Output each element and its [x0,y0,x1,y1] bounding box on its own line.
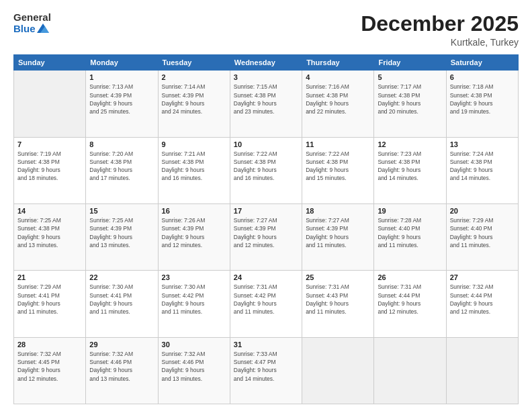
header: General Blue December 2025 Kurtkale, Tur… [13,12,519,48]
day-info: Sunrise: 7:15 AMSunset: 4:38 PMDaylight:… [234,83,298,116]
logo-general: General [13,12,51,24]
logo-blue: Blue [13,24,36,35]
calendar-cell: 4Sunrise: 7:16 AMSunset: 4:38 PMDaylight… [302,71,374,137]
calendar-table: SundayMondayTuesdayWednesdayThursdayFrid… [13,54,519,404]
calendar-cell: 8Sunrise: 7:20 AMSunset: 4:38 PMDaylight… [86,137,158,203]
day-number: 18 [306,207,370,215]
calendar-cell: 26Sunrise: 7:31 AMSunset: 4:44 PMDayligh… [374,271,446,337]
day-info: Sunrise: 7:24 AMSunset: 4:38 PMDaylight:… [450,150,515,183]
calendar-cell: 22Sunrise: 7:30 AMSunset: 4:41 PMDayligh… [86,271,158,337]
calendar-cell: 29Sunrise: 7:32 AMSunset: 4:46 PMDayligh… [86,337,158,404]
day-number: 11 [306,140,370,148]
day-number: 15 [89,207,154,215]
calendar-cell [302,337,374,404]
day-info: Sunrise: 7:31 AMSunset: 4:42 PMDaylight:… [234,283,298,316]
day-number: 10 [234,140,298,148]
calendar-cell: 28Sunrise: 7:32 AMSunset: 4:45 PMDayligh… [14,337,86,404]
calendar-cell [14,71,86,137]
calendar-cell: 6Sunrise: 7:18 AMSunset: 4:38 PMDaylight… [446,71,518,137]
calendar-header-monday: Monday [86,55,158,71]
day-number: 23 [162,273,226,281]
calendar-header-sunday: Sunday [14,55,86,71]
day-number: 4 [306,73,370,81]
page: General Blue December 2025 Kurtkale, Tur… [0,0,532,411]
logo: General Blue [13,12,51,34]
calendar-header-row: SundayMondayTuesdayWednesdayThursdayFrid… [14,55,519,71]
calendar-cell: 25Sunrise: 7:31 AMSunset: 4:43 PMDayligh… [302,271,374,337]
day-info: Sunrise: 7:32 AMSunset: 4:46 PMDaylight:… [89,350,154,383]
day-number: 22 [89,273,154,281]
day-number: 2 [162,73,226,81]
day-info: Sunrise: 7:33 AMSunset: 4:47 PMDaylight:… [234,350,298,383]
calendar-cell: 17Sunrise: 7:27 AMSunset: 4:39 PMDayligh… [230,203,302,270]
calendar-week-row: 28Sunrise: 7:32 AMSunset: 4:45 PMDayligh… [14,337,519,404]
calendar-cell: 1Sunrise: 7:13 AMSunset: 4:39 PMDaylight… [86,71,158,137]
calendar-week-row: 14Sunrise: 7:25 AMSunset: 4:38 PMDayligh… [14,203,519,270]
calendar-cell: 13Sunrise: 7:24 AMSunset: 4:38 PMDayligh… [446,137,518,203]
calendar-cell: 15Sunrise: 7:25 AMSunset: 4:39 PMDayligh… [86,203,158,270]
calendar-cell: 7Sunrise: 7:19 AMSunset: 4:38 PMDaylight… [14,137,86,203]
logo-icon [37,24,49,34]
calendar-week-row: 21Sunrise: 7:29 AMSunset: 4:41 PMDayligh… [14,271,519,337]
day-info: Sunrise: 7:32 AMSunset: 4:44 PMDaylight:… [450,283,515,316]
day-info: Sunrise: 7:20 AMSunset: 4:38 PMDaylight:… [89,150,154,183]
day-info: Sunrise: 7:31 AMSunset: 4:44 PMDaylight:… [378,283,442,316]
day-number: 5 [378,73,442,81]
day-number: 8 [89,140,154,148]
day-info: Sunrise: 7:31 AMSunset: 4:43 PMDaylight:… [306,283,370,316]
day-info: Sunrise: 7:22 AMSunset: 4:38 PMDaylight:… [234,150,298,183]
day-number: 1 [89,73,154,81]
main-title: December 2025 [361,12,519,36]
calendar-cell: 31Sunrise: 7:33 AMSunset: 4:47 PMDayligh… [230,337,302,404]
day-number: 19 [378,207,442,215]
calendar-cell: 27Sunrise: 7:32 AMSunset: 4:44 PMDayligh… [446,271,518,337]
calendar-cell: 14Sunrise: 7:25 AMSunset: 4:38 PMDayligh… [14,203,86,270]
day-info: Sunrise: 7:27 AMSunset: 4:39 PMDaylight:… [234,216,298,249]
day-number: 6 [450,73,515,81]
day-info: Sunrise: 7:32 AMSunset: 4:45 PMDaylight:… [17,350,82,383]
day-number: 16 [162,207,226,215]
day-number: 31 [234,340,298,349]
day-info: Sunrise: 7:21 AMSunset: 4:38 PMDaylight:… [162,150,226,183]
day-info: Sunrise: 7:17 AMSunset: 4:38 PMDaylight:… [378,83,442,116]
day-number: 12 [378,140,442,148]
day-info: Sunrise: 7:30 AMSunset: 4:41 PMDaylight:… [89,283,154,316]
calendar-header-saturday: Saturday [446,55,518,71]
day-info: Sunrise: 7:29 AMSunset: 4:41 PMDaylight:… [17,283,82,316]
day-info: Sunrise: 7:26 AMSunset: 4:39 PMDaylight:… [162,216,226,249]
day-info: Sunrise: 7:13 AMSunset: 4:39 PMDaylight:… [89,83,154,116]
calendar-header-thursday: Thursday [302,55,374,71]
day-info: Sunrise: 7:27 AMSunset: 4:39 PMDaylight:… [306,216,370,249]
day-info: Sunrise: 7:32 AMSunset: 4:46 PMDaylight:… [162,350,226,383]
calendar-cell: 16Sunrise: 7:26 AMSunset: 4:39 PMDayligh… [158,203,230,270]
calendar-cell: 10Sunrise: 7:22 AMSunset: 4:38 PMDayligh… [230,137,302,203]
calendar-cell: 18Sunrise: 7:27 AMSunset: 4:39 PMDayligh… [302,203,374,270]
day-number: 9 [162,140,226,148]
day-info: Sunrise: 7:23 AMSunset: 4:38 PMDaylight:… [378,150,442,183]
calendar-header-tuesday: Tuesday [158,55,230,71]
day-info: Sunrise: 7:25 AMSunset: 4:38 PMDaylight:… [17,216,82,249]
day-info: Sunrise: 7:18 AMSunset: 4:38 PMDaylight:… [450,83,515,116]
day-number: 30 [162,340,226,349]
day-number: 21 [17,273,82,281]
day-info: Sunrise: 7:29 AMSunset: 4:40 PMDaylight:… [450,216,515,249]
calendar-cell: 11Sunrise: 7:22 AMSunset: 4:38 PMDayligh… [302,137,374,203]
calendar-cell: 30Sunrise: 7:32 AMSunset: 4:46 PMDayligh… [158,337,230,404]
day-number: 7 [17,140,82,148]
title-block: December 2025 Kurtkale, Turkey [361,12,519,48]
calendar-cell [446,337,518,404]
day-info: Sunrise: 7:22 AMSunset: 4:38 PMDaylight:… [306,150,370,183]
day-info: Sunrise: 7:28 AMSunset: 4:40 PMDaylight:… [378,216,442,249]
day-number: 27 [450,273,515,281]
day-number: 24 [234,273,298,281]
day-number: 29 [89,340,154,349]
day-number: 3 [234,73,298,81]
day-number: 20 [450,207,515,215]
calendar-cell: 5Sunrise: 7:17 AMSunset: 4:38 PMDaylight… [374,71,446,137]
calendar-header-wednesday: Wednesday [230,55,302,71]
calendar-cell: 12Sunrise: 7:23 AMSunset: 4:38 PMDayligh… [374,137,446,203]
day-number: 26 [378,273,442,281]
day-info: Sunrise: 7:19 AMSunset: 4:38 PMDaylight:… [17,150,82,183]
calendar-cell: 23Sunrise: 7:30 AMSunset: 4:42 PMDayligh… [158,271,230,337]
calendar-cell [374,337,446,404]
